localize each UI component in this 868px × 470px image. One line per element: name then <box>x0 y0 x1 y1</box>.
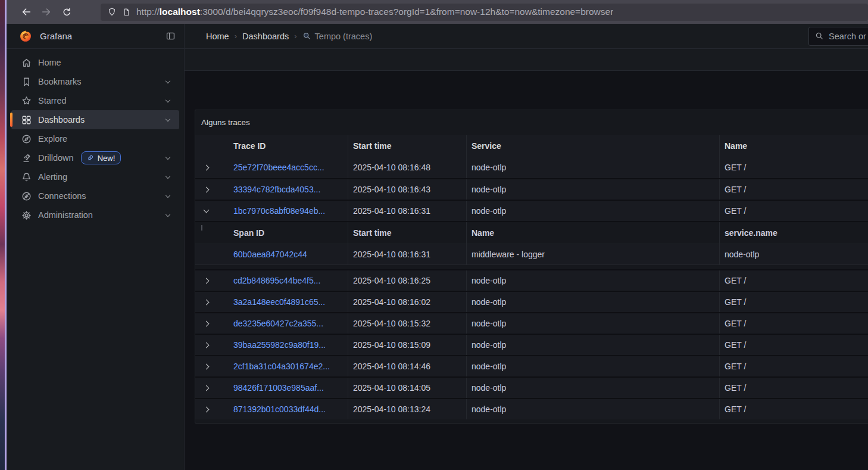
apps-icon <box>21 114 32 126</box>
trace-id-link[interactable]: 1bc7970c8abf08e94eb... <box>233 206 325 216</box>
row-expander[interactable] <box>195 270 233 291</box>
chevron-icon <box>204 363 210 369</box>
trace-id-link[interactable]: cd2b848695c44be4f5... <box>233 276 320 285</box>
breadcrumb-current: Tempo (traces) <box>302 32 373 41</box>
reload-button[interactable] <box>57 3 77 21</box>
sidebar-item-label: Administration <box>38 210 93 220</box>
row-expander[interactable] <box>195 157 233 178</box>
column-header-service[interactable]: Service <box>466 135 719 157</box>
sidebar-item-label: Drilldown <box>38 153 74 163</box>
chevron-icon <box>204 207 210 213</box>
trace-id-link[interactable]: 871392b01c0033df44d... <box>233 404 326 414</box>
plug-icon <box>21 191 32 202</box>
trace-id-link[interactable]: 25e72f70beee4acc5cc... <box>233 163 324 172</box>
chevron-down-icon[interactable] <box>166 211 170 216</box>
start-time-cell: 2025-04-10 08:16:02 <box>348 292 466 312</box>
row-expander[interactable] <box>195 356 233 376</box>
forward-arrow-icon <box>41 7 52 17</box>
name-cell: GET / <box>719 335 868 355</box>
start-time-cell: 2025-04-10 08:14:46 <box>348 356 466 376</box>
sidebar-item-label: Explore <box>38 134 67 144</box>
new-badge: New! <box>81 151 121 164</box>
name-cell: GET / <box>719 292 868 312</box>
sidebar-item-label: Bookmarks <box>38 77 82 86</box>
table-row: 1bc7970c8abf08e94eb... 2025-04-10 08:16:… <box>195 200 868 221</box>
sidebar-item-dashboards[interactable]: Dashboards <box>11 110 179 129</box>
column-header-span-start-time: Start time <box>348 222 466 244</box>
trace-id-link[interactable]: 39baa255982c9a80f19... <box>233 340 326 350</box>
panel-title[interactable]: Alguns traces <box>195 110 868 135</box>
span-id-link[interactable]: 60b0aea847042c44 <box>233 250 307 259</box>
trace-id-link[interactable]: 3a2a148eec0f4891c65... <box>233 297 325 307</box>
reload-icon <box>62 7 72 17</box>
name-cell: GET / <box>719 157 868 178</box>
breadcrumb-home[interactable]: Home <box>206 32 229 41</box>
chevron-down-icon[interactable] <box>166 78 170 83</box>
start-time-cell: 2025-04-10 08:16:31 <box>348 201 466 221</box>
shield-icon <box>107 7 117 17</box>
sidebar-item-label: Home <box>38 58 61 67</box>
sidebar-item-connections[interactable]: Connections <box>11 186 179 206</box>
column-header-start-time[interactable]: Start time <box>348 135 466 157</box>
brand-label: Grafana <box>40 31 158 41</box>
url-bar[interactable]: http://localhost:3000/d/bei4qqrysz3eoc/f… <box>101 4 868 21</box>
sidebar-item-starred[interactable]: Starred <box>11 91 179 110</box>
chevron-down-icon[interactable] <box>166 192 170 197</box>
start-time-cell: 2025-04-10 08:16:48 <box>348 157 466 178</box>
name-cell: GET / <box>719 201 868 221</box>
sidebar-item-explore[interactable]: Explore <box>11 129 179 148</box>
service-cell: node-otlp <box>466 201 719 221</box>
start-time-cell: 2025-04-10 08:16:25 <box>348 270 466 291</box>
row-expander[interactable] <box>195 378 233 398</box>
row-expander[interactable] <box>195 335 233 355</box>
row-expander[interactable] <box>195 399 233 419</box>
sidebar-item-drilldown[interactable]: Drilldown New! <box>11 148 179 167</box>
trace-id-link[interactable]: 2cf1ba31c04a301674e2... <box>233 362 330 371</box>
breadcrumb: Home › Dashboards › Tempo (traces) <box>185 32 372 41</box>
sidebar-item-bookmarks[interactable]: Bookmarks <box>11 72 179 91</box>
breadcrumb-separator: › <box>235 32 237 41</box>
column-header-service-name: service.name <box>719 222 868 244</box>
search-input[interactable]: Search or jump to... <box>808 27 868 46</box>
row-expander[interactable] <box>195 201 233 221</box>
table-row: 871392b01c0033df44d... 2025-04-10 08:13:… <box>195 398 868 419</box>
chevron-icon <box>204 299 210 305</box>
chevron-down-icon[interactable] <box>166 173 170 178</box>
drilldown-icon <box>21 152 32 164</box>
chevron-down-icon[interactable] <box>166 97 170 102</box>
star-icon <box>21 95 32 107</box>
row-expander[interactable] <box>195 292 233 312</box>
row-expander[interactable] <box>195 313 233 334</box>
subtable-header-row: Span ID Start time Name service.name <box>195 222 868 244</box>
breadcrumb-dashboards[interactable]: Dashboards <box>242 32 289 41</box>
dock-sidebar-icon[interactable] <box>166 31 176 41</box>
table-header-row: Trace ID Start time Service Name <box>195 135 868 157</box>
table-row: 33394c782fbcda4053... 2025-04-10 08:16:4… <box>195 178 868 200</box>
column-header-trace-id[interactable]: Trace ID <box>233 135 348 157</box>
chevron-down-icon[interactable] <box>166 154 170 159</box>
name-cell: GET / <box>719 179 868 200</box>
span-row: 60b0aea847042c44 2025-04-10 08:16:31 mid… <box>195 244 868 265</box>
sidebar: Home Bookmarks Starred Dashboards Explor… <box>7 49 185 470</box>
row-expander[interactable] <box>195 179 233 200</box>
back-button[interactable] <box>16 3 36 21</box>
column-header-name[interactable]: Name <box>719 135 868 157</box>
chevron-down-icon[interactable] <box>166 116 170 121</box>
trace-id-link[interactable]: 98426f171003e985aaf... <box>233 383 324 393</box>
table-row: 2cf1ba31c04a301674e2... 2025-04-10 08:14… <box>195 355 868 376</box>
sidebar-item-administration[interactable]: Administration <box>11 206 179 225</box>
sidebar-item-home[interactable]: Home <box>11 53 179 72</box>
table-row: 25e72f70beee4acc5cc... 2025-04-10 08:16:… <box>195 157 868 178</box>
start-time-cell: 2025-04-10 08:15:09 <box>348 335 466 355</box>
chevron-icon <box>204 278 210 284</box>
sidebar-item-alerting[interactable]: Alerting <box>11 167 179 186</box>
trace-id-link[interactable]: de3235e60427c2a355... <box>233 319 323 328</box>
brand-area: Grafana <box>7 24 185 48</box>
grafana-logo <box>19 30 32 43</box>
sidebar-item-label: Starred <box>38 96 67 105</box>
magnifier-emoji-icon <box>302 32 311 41</box>
trace-id-link[interactable]: 33394c782fbcda4053... <box>233 185 320 194</box>
table-row: de3235e60427c2a355... 2025-04-10 08:15:3… <box>195 312 868 334</box>
url-text: http://localhost:3000/d/bei4qqrysz3eoc/f… <box>136 7 613 17</box>
forward-button[interactable] <box>36 3 57 21</box>
